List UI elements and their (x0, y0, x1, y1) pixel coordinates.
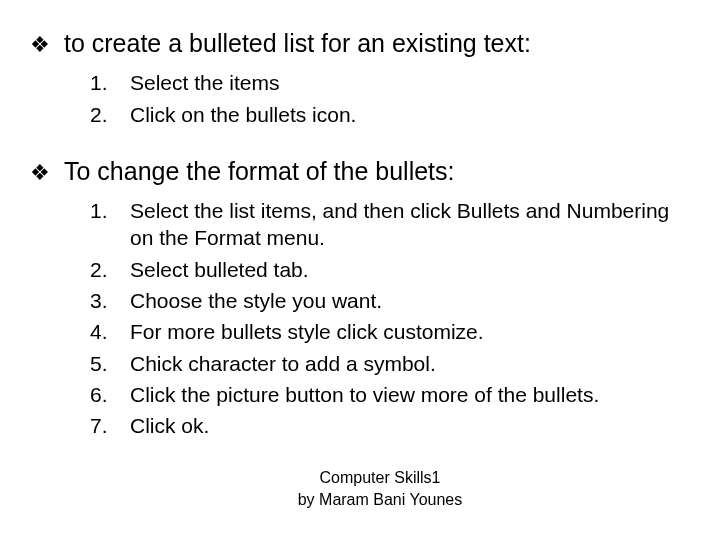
section-change-format: ❖ To change the format of the bullets: 1… (30, 156, 690, 440)
list-number: 4. (90, 320, 130, 344)
list-item: 3. Choose the style you want. (90, 287, 690, 314)
footer-line-1: Computer Skills1 (70, 467, 690, 489)
list-number: 1. (90, 199, 130, 223)
footer-line-2: by Maram Bani Younes (70, 489, 690, 511)
diamond-bullet-icon: ❖ (30, 34, 64, 56)
list-text: Click ok. (130, 412, 209, 439)
slide-footer: Computer Skills1 by Maram Bani Younes (30, 467, 690, 510)
list-number: 7. (90, 414, 130, 438)
list-item: 2. Select bulleted tab. (90, 256, 690, 283)
section-create-bulleted-list: ❖ to create a bulleted list for an exist… (30, 28, 690, 128)
list-text: For more bullets style click customize. (130, 318, 484, 345)
list-text: Click the picture button to view more of… (130, 381, 599, 408)
list-text: Select the list items, and then click Bu… (130, 197, 690, 252)
list-item: 6. Click the picture button to view more… (90, 381, 690, 408)
list-text: Click on the bullets icon. (130, 101, 356, 128)
list-item: 1. Select the list items, and then click… (90, 197, 690, 252)
list-item: 4. For more bullets style click customiz… (90, 318, 690, 345)
ordered-list: 1. Select the items 2. Click on the bull… (90, 69, 690, 128)
list-number: 2. (90, 103, 130, 127)
section-heading: To change the format of the bullets: (64, 156, 455, 187)
list-text: Select bulleted tab. (130, 256, 309, 283)
list-number: 2. (90, 258, 130, 282)
ordered-list: 1. Select the list items, and then click… (90, 197, 690, 439)
list-text: Chick character to add a symbol. (130, 350, 436, 377)
list-number: 3. (90, 289, 130, 313)
diamond-bullet-icon: ❖ (30, 162, 64, 184)
list-item: 5. Chick character to add a symbol. (90, 350, 690, 377)
list-item: 2. Click on the bullets icon. (90, 101, 690, 128)
list-item: 1. Select the items (90, 69, 690, 96)
list-number: 6. (90, 383, 130, 407)
list-text: Select the items (130, 69, 279, 96)
slide: ❖ to create a bulleted list for an exist… (0, 0, 720, 511)
list-number: 1. (90, 71, 130, 95)
list-item: 7. Click ok. (90, 412, 690, 439)
bullet-heading-row: ❖ to create a bulleted list for an exist… (30, 28, 690, 59)
bullet-heading-row: ❖ To change the format of the bullets: (30, 156, 690, 187)
list-text: Choose the style you want. (130, 287, 382, 314)
section-heading: to create a bulleted list for an existin… (64, 28, 531, 59)
list-number: 5. (90, 352, 130, 376)
